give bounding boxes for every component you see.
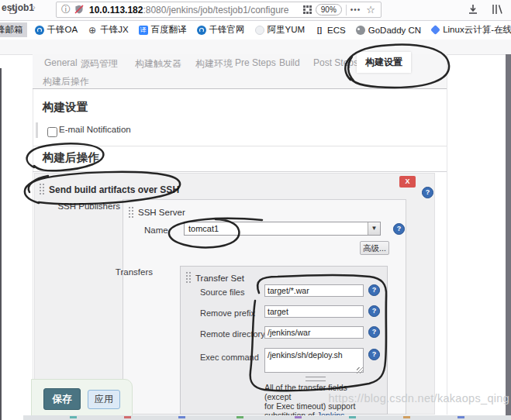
content-left-border xyxy=(33,89,33,415)
zoom-level-badge[interactable]: 90% xyxy=(316,4,342,15)
ssh-server-label: SSH Server xyxy=(138,208,185,217)
section-title-post-build: 构建后操作 xyxy=(43,150,99,165)
textarea-resize-grip[interactable] xyxy=(357,367,363,374)
page-actions-icon[interactable]: ••• xyxy=(350,5,361,14)
bookmark-item[interactable]: GoDaddy CN xyxy=(356,26,421,35)
bottom-cutoff-strip xyxy=(23,415,511,420)
transfers-label: Transfers xyxy=(109,267,153,277)
remote-directory-label: Remote directory xyxy=(200,329,265,339)
tab-post-steps[interactable]: Post Steps xyxy=(313,57,358,68)
drag-handle-icon[interactable] xyxy=(185,271,192,283)
ssh-server-selected-value: tomcat1 xyxy=(188,224,219,233)
screenshot: ⌂ ⓘ 10.0.113.182:8080/jenkins/job/testjo… xyxy=(0,0,511,420)
email-notification-checkbox[interactable] xyxy=(47,127,57,137)
name-label: Name xyxy=(144,225,168,235)
urlbar-separator xyxy=(346,5,347,15)
bookmark-item[interactable]: 锋邮箱 xyxy=(0,22,27,37)
csdn-watermark: https://blog.csdn.net/kakaops_qing xyxy=(329,392,510,405)
drag-handle-icon[interactable] xyxy=(39,183,46,195)
help-icon[interactable]: ? xyxy=(368,284,380,296)
bookmark-item[interactable]: 阿里YUM xyxy=(255,24,306,36)
save-button[interactable]: 保存 xyxy=(43,388,81,410)
shield-disabled-icon[interactable] xyxy=(74,3,84,17)
qianfeng-logo-icon xyxy=(197,26,206,35)
apply-button[interactable]: 应用 xyxy=(88,390,120,409)
email-notification-label: E-mail Notification xyxy=(59,125,131,134)
aliyun-yum-icon xyxy=(255,26,264,35)
alibaba-ecs-icon: [] xyxy=(315,26,324,35)
remove-prefix-label: Remove prefix xyxy=(200,308,255,318)
ssh-server-select[interactable]: tomcat1 ▼ xyxy=(184,222,381,236)
breadcrumb-arrow-icon: › xyxy=(33,2,36,12)
tab-post-build-actions[interactable]: 构建后操作 xyxy=(43,75,89,88)
resize-divider-handle[interactable] xyxy=(306,377,326,381)
tab-build[interactable]: Build xyxy=(279,57,300,68)
page-info-icon[interactable]: ⓘ xyxy=(61,3,71,16)
bookmark-star-icon[interactable]: ☆ xyxy=(366,4,375,15)
url-bar[interactable]: ⓘ 10.0.113.182:8080/jenkins/job/testjob1… xyxy=(56,2,382,18)
delete-publisher-button[interactable]: X xyxy=(399,176,416,188)
transfer-set-label: Transfer Set xyxy=(195,274,244,283)
breadcrumb-bar xyxy=(0,40,511,55)
content-right-border xyxy=(447,54,447,415)
help-icon[interactable]: ? xyxy=(368,305,380,317)
advanced-button[interactable]: 高级... xyxy=(360,241,389,255)
bookmark-item[interactable]: ⊕千锋JX xyxy=(88,24,128,36)
linux-cloud-icon xyxy=(430,25,440,35)
qianfeng-logo-icon xyxy=(35,26,44,35)
help-icon[interactable]: ? xyxy=(393,223,405,235)
ssh-publishers-label: SSH Publishers xyxy=(47,201,120,211)
plugin-title: Send build artifacts over SSH xyxy=(49,184,179,195)
exec-command-label: Exec command xyxy=(200,353,259,362)
url-text: 10.0.113.182:8080/jenkins/job/testjob1/c… xyxy=(89,5,289,15)
bookmark-item[interactable]: []ECS xyxy=(315,26,346,35)
bookmark-item[interactable]: 译百度翻译 xyxy=(139,24,187,36)
tab-build-env[interactable]: 构建环境 xyxy=(195,57,233,71)
window-left-edge xyxy=(0,68,2,420)
tab-build-settings-active[interactable]: 构建设置 xyxy=(357,52,411,73)
extension-grid-icon[interactable] xyxy=(303,3,312,17)
downloads-icon[interactable] xyxy=(467,3,479,19)
globe-icon: ⊕ xyxy=(88,26,97,35)
bookmark-item[interactable]: Linux云计算-在线 xyxy=(431,24,511,36)
url-host: 10.0.113.182 xyxy=(89,5,143,15)
source-files-label: Source files xyxy=(200,287,244,297)
help-icon[interactable]: ? xyxy=(368,326,380,338)
godaddy-icon xyxy=(356,26,365,35)
tab-general[interactable]: General xyxy=(44,57,78,68)
bookmark-item[interactable]: 千锋OA xyxy=(35,24,78,36)
help-icon[interactable]: ? xyxy=(368,349,380,360)
section-divider xyxy=(33,171,447,172)
tab-source-mgmt[interactable]: 源码管理 xyxy=(81,57,118,71)
tab-build-triggers[interactable]: 构建触发器 xyxy=(135,57,181,71)
breadcrumb[interactable]: estjob1 xyxy=(2,2,34,13)
bookmarks-bar: 锋邮箱 千锋OA ⊕千锋JX 译百度翻译 千锋官网 阿里YUM []ECS Go… xyxy=(0,21,511,39)
source-files-input[interactable] xyxy=(264,284,364,297)
url-path: :8080/jenkins/job/testjob1/configure xyxy=(143,5,288,15)
baidu-translate-icon: 译 xyxy=(139,26,148,35)
section-title-build-settings: 构建设置 xyxy=(43,100,88,115)
drag-handle-icon[interactable] xyxy=(128,206,135,218)
vertical-scrollbar[interactable] xyxy=(506,54,511,420)
remove-prefix-input[interactable] xyxy=(264,305,364,318)
bookmark-item[interactable]: 千锋官网 xyxy=(197,24,245,36)
help-icon[interactable]: ? xyxy=(422,187,433,198)
option-left-bar xyxy=(36,122,38,138)
section-divider xyxy=(33,146,447,146)
remote-directory-input[interactable] xyxy=(264,326,364,339)
library-icon[interactable] xyxy=(491,3,503,19)
chevron-down-icon[interactable]: ▼ xyxy=(368,222,380,235)
exec-command-textarea[interactable]: /jenkins/sh/deploy.sh xyxy=(264,348,364,373)
tab-pre-steps[interactable]: Pre Steps xyxy=(235,57,276,68)
